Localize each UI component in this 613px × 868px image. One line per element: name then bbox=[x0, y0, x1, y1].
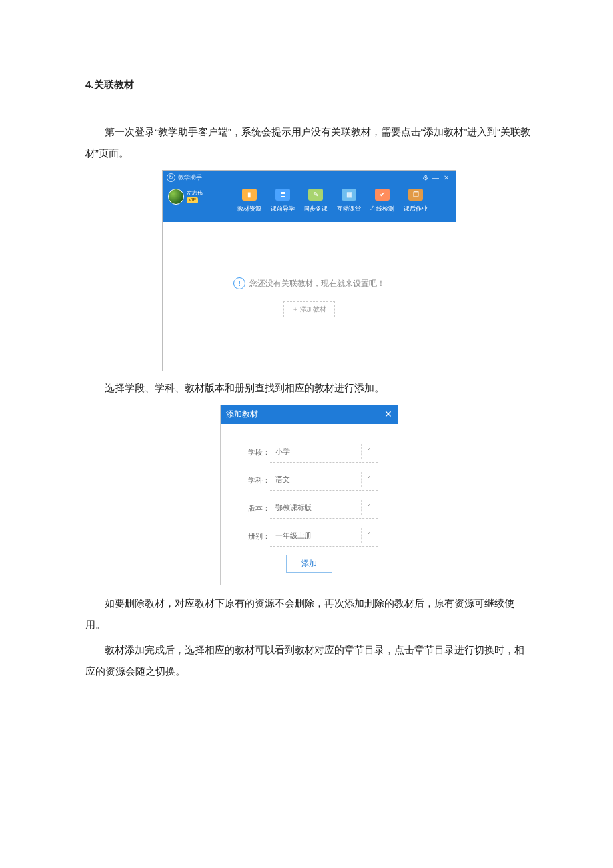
nav-item-resource[interactable]: ▮ 教材资源 bbox=[237, 189, 261, 215]
nav-label: 教材资源 bbox=[237, 203, 261, 215]
modal-add-button[interactable]: 添加 bbox=[286, 555, 332, 573]
nav-item-test[interactable]: ✔ 在线检测 bbox=[370, 189, 394, 215]
section-heading: 4.关联教材 bbox=[85, 73, 533, 95]
subject-select[interactable]: 语文 ˅ bbox=[270, 469, 378, 491]
paragraph-1: 第一次登录“教学助手客户端”，系统会提示用户没有关联教材，需要点击“添加教材”进… bbox=[85, 122, 533, 165]
nav-label: 互动课堂 bbox=[337, 203, 361, 215]
modal-title: 添加教材 bbox=[226, 405, 258, 423]
app-title: 教学助手 bbox=[178, 171, 202, 185]
screenshot-app-window: ↻ 教学助手 ⚙ — ✕ 左志伟 VIP ▮ 教材资源 ≣ 课前导学 ✎ 同 bbox=[162, 170, 456, 371]
user-name: 左志伟 bbox=[187, 190, 203, 197]
nav-item-interactive[interactable]: ▦ 互动课堂 bbox=[337, 189, 361, 215]
field-label-stage: 学段： bbox=[241, 444, 270, 460]
stage-value: 小学 bbox=[273, 443, 357, 459]
nav-item-homework[interactable]: ❐ 课后作业 bbox=[404, 189, 428, 215]
version-select[interactable]: 鄂教课标版 ˅ bbox=[270, 497, 378, 519]
nav-label: 同步备课 bbox=[304, 203, 328, 215]
field-label-volume: 册别： bbox=[241, 528, 270, 544]
empty-state: ! 您还没有关联教材，现在就来设置吧！ ＋ 添加教材 bbox=[163, 222, 456, 371]
window-minimize-icon[interactable]: — bbox=[430, 171, 441, 185]
stage-select[interactable]: 小学 ˅ bbox=[270, 441, 378, 463]
add-textbook-button[interactable]: ＋ 添加教材 bbox=[283, 301, 336, 317]
nav-label: 在线检测 bbox=[370, 203, 394, 215]
info-icon: ! bbox=[233, 277, 245, 289]
screenshot-add-modal: 添加教材 ✕ 学段： 小学 ˅ 学科： 语文 ˅ 版本： 鄂教课标版 ˅ bbox=[220, 405, 398, 586]
user-block[interactable]: 左志伟 VIP bbox=[168, 189, 215, 205]
folder-icon: ▮ bbox=[242, 189, 257, 201]
window-titlebar: ↻ 教学助手 ⚙ — ✕ bbox=[163, 171, 456, 185]
app-logo-icon: ↻ bbox=[167, 173, 175, 182]
paragraph-2: 选择学段、学科、教材版本和册别查找到相应的教材进行添加。 bbox=[85, 378, 533, 399]
volume-value: 一年级上册 bbox=[273, 527, 357, 543]
paragraph-4: 教材添加完成后，选择相应的教材可以看到教材对应的章节目录，点击章节目录进行切换时… bbox=[85, 640, 533, 683]
note-icon: ✎ bbox=[308, 189, 323, 201]
avatar bbox=[168, 189, 184, 205]
chevron-down-icon: ˅ bbox=[361, 528, 375, 543]
user-badge: VIP bbox=[187, 197, 198, 203]
book-icon: ❐ bbox=[408, 189, 423, 201]
nav-label: 课后作业 bbox=[404, 203, 428, 215]
version-value: 鄂教课标版 bbox=[273, 499, 357, 515]
app-toolbar: 左志伟 VIP ▮ 教材资源 ≣ 课前导学 ✎ 同步备课 ▦ 互动课堂 ✔ bbox=[163, 185, 456, 222]
close-icon[interactable]: ✕ bbox=[384, 404, 392, 425]
check-icon: ✔ bbox=[375, 189, 390, 201]
paragraph-3: 如要删除教材，对应教材下原有的资源不会删除，再次添加删除的教材后，原有资源可继续… bbox=[85, 593, 533, 636]
volume-select[interactable]: 一年级上册 ˅ bbox=[270, 525, 378, 547]
window-close-icon[interactable]: ✕ bbox=[441, 171, 452, 185]
modal-header: 添加教材 ✕ bbox=[221, 405, 398, 424]
chevron-down-icon: ˅ bbox=[361, 500, 375, 515]
list-icon: ≣ bbox=[275, 189, 290, 201]
nav-item-preclass[interactable]: ≣ 课前导学 bbox=[271, 189, 295, 215]
field-label-subject: 学科： bbox=[241, 472, 270, 488]
nav-label: 课前导学 bbox=[271, 203, 295, 215]
grid-icon: ▦ bbox=[342, 189, 356, 201]
empty-message: 您还没有关联教材，现在就来设置吧！ bbox=[249, 275, 385, 292]
chevron-down-icon: ˅ bbox=[361, 472, 375, 487]
nav-item-prep[interactable]: ✎ 同步备课 bbox=[304, 189, 328, 215]
window-settings-icon[interactable]: ⚙ bbox=[420, 171, 430, 185]
subject-value: 语文 bbox=[273, 471, 357, 487]
field-label-version: 版本： bbox=[241, 500, 270, 516]
chevron-down-icon: ˅ bbox=[361, 444, 375, 459]
